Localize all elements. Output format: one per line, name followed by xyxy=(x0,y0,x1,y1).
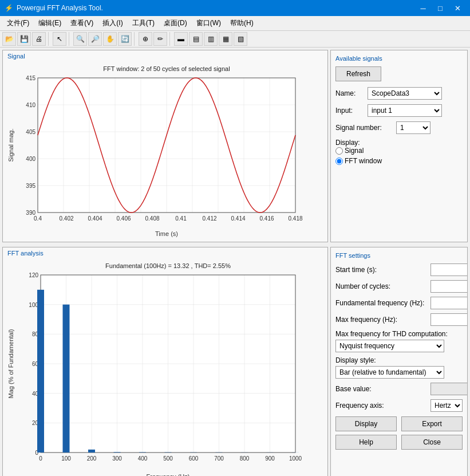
menu-insert[interactable]: 插入(I) xyxy=(98,17,127,29)
max-freq-thd-row: Max frequency for THD computation: Nyqui… xyxy=(335,330,463,352)
signal-radio-row: Signal xyxy=(335,147,463,155)
signal-number-select[interactable]: 1 xyxy=(396,121,430,134)
tool-cursor[interactable]: ↖ xyxy=(53,32,66,46)
toolbar-sep4 xyxy=(169,32,172,46)
main-content: Signal Available signals Refresh Name: S… xyxy=(0,48,470,475)
signal-radio[interactable] xyxy=(335,147,343,155)
num-cycles-input[interactable]: 2 xyxy=(430,280,468,293)
tool-data-cursor[interactable]: ⊕ xyxy=(139,32,152,46)
tool-save[interactable]: 💾 xyxy=(17,32,31,46)
menu-help[interactable]: 帮助(H) xyxy=(226,17,258,29)
display-style-row: Display style: Bar (relative to fundamen… xyxy=(335,356,463,379)
display-export-row: Display Export xyxy=(335,416,463,431)
display-label: Display: xyxy=(335,139,360,147)
display-style-label: Display style: xyxy=(335,356,463,364)
tool-open[interactable]: 📂 xyxy=(2,32,16,46)
display-style-select[interactable]: Bar (relative to fundamental) xyxy=(335,366,444,379)
fundamental-freq-row: Fundamental frequency (Hz): 100 xyxy=(335,297,463,309)
name-select[interactable]: ScopeData3 xyxy=(368,87,442,100)
fft-analysis-label: FFT analysis xyxy=(7,250,44,257)
signal-panel-label: Signal xyxy=(7,53,25,60)
max-freq-label: Max frequency (Hz): xyxy=(335,316,427,324)
toolbar: 📂 💾 🖨 ↖ 🔍 🔎 ✋ 🔄 ⊕ ✏ ▬ ▤ ▥ ▦ ▧ xyxy=(0,31,470,48)
menu-file[interactable]: 文件(F) xyxy=(2,17,34,29)
maximize-button[interactable]: □ xyxy=(432,2,448,14)
signal-panel: Signal xyxy=(2,50,328,242)
app-icon: ⚡ xyxy=(5,4,13,12)
title-bar: ⚡ Powergui FFT Analysis Tool. ─ □ ✕ xyxy=(0,0,470,16)
available-signals-panel: Available signals Refresh Name: ScopeDat… xyxy=(330,50,468,242)
input-select[interactable]: input 1 xyxy=(368,104,442,117)
fft-canvas xyxy=(6,258,304,476)
minimize-button[interactable]: ─ xyxy=(415,2,431,14)
top-row: Signal Available signals Refresh Name: S… xyxy=(0,48,470,245)
window-title: Powergui FFT Analysis Tool. xyxy=(17,4,103,12)
max-freq-row: Max frequency (Hz): 1000 xyxy=(335,313,463,326)
toolbar-sep2 xyxy=(69,32,71,46)
tool-zoom-out[interactable]: 🔎 xyxy=(88,32,102,46)
signal-number-row: Signal number: 1 xyxy=(335,121,463,134)
display-row: Display: Signal FFT window xyxy=(335,139,463,165)
menu-view[interactable]: 查看(V) xyxy=(66,17,98,29)
input-label: Input: xyxy=(335,107,364,115)
input-row: Input: input 1 xyxy=(335,104,463,117)
refresh-button[interactable]: Refresh xyxy=(335,66,381,81)
freq-axis-row: Frequency axis: Hertz xyxy=(335,399,463,412)
start-time-label: Start time (s): xyxy=(335,266,427,274)
tool-rotate[interactable]: 🔄 xyxy=(118,32,132,46)
tool-legend[interactable]: ▤ xyxy=(189,32,203,46)
available-signals-label: Available signals xyxy=(335,55,463,62)
menu-window[interactable]: 窗口(W) xyxy=(192,17,226,29)
tool-zoom-in[interactable]: 🔍 xyxy=(73,32,87,46)
display-button[interactable]: Display xyxy=(335,416,397,431)
toolbar-sep3 xyxy=(134,32,136,46)
signal-radio-label[interactable]: Signal xyxy=(335,147,364,155)
max-freq-thd-select[interactable]: Nyquist frequency xyxy=(335,340,444,352)
name-row: Name: ScopeData3 xyxy=(335,87,463,100)
fft-settings-grid: Start time (s): 0.4 Number of cycles: 2 … xyxy=(335,263,463,412)
close-button[interactable]: ✕ xyxy=(449,2,465,14)
close-dialog-button[interactable]: Close xyxy=(401,435,463,450)
base-value-input[interactable]: 1.0 xyxy=(430,383,468,395)
fft-window-radio[interactable] xyxy=(335,158,343,165)
signal-number-label: Signal number: xyxy=(335,124,393,132)
fft-settings-panel: FFT settings Start time (s): 0.4 Number … xyxy=(330,247,468,476)
freq-axis-label: Frequency axis: xyxy=(335,402,427,410)
base-value-row: Base value: 1.0 xyxy=(335,383,463,395)
num-cycles-row: Number of cycles: 2 xyxy=(335,280,463,293)
start-time-row: Start time (s): 0.4 xyxy=(335,263,463,276)
freq-axis-select[interactable]: Hertz xyxy=(430,399,463,412)
menu-bar: 文件(F) 编辑(E) 查看(V) 插入(I) 工具(T) 桌面(D) 窗口(W… xyxy=(0,16,470,31)
tool-pan[interactable]: ✋ xyxy=(103,32,117,46)
name-label: Name: xyxy=(335,89,364,97)
help-close-row: Help Close xyxy=(335,435,463,450)
export-button[interactable]: Export xyxy=(401,416,463,431)
max-freq-thd-label: Max frequency for THD computation: xyxy=(335,330,463,338)
fft-analysis-panel: FFT analysis xyxy=(2,247,328,476)
fft-window-radio-row: FFT window xyxy=(335,157,463,165)
help-button[interactable]: Help xyxy=(335,435,397,450)
fundamental-freq-label: Fundamental frequency (Hz): xyxy=(335,299,427,307)
fft-settings-label: FFT settings xyxy=(335,252,463,259)
tool-colorbar[interactable]: ▥ xyxy=(204,32,218,46)
start-time-input[interactable]: 0.4 xyxy=(430,263,468,276)
base-value-label: Base value: xyxy=(335,385,427,393)
menu-edit[interactable]: 编辑(E) xyxy=(34,17,66,29)
tool-grid[interactable]: ▦ xyxy=(219,32,232,46)
menu-tools[interactable]: 工具(T) xyxy=(128,17,159,29)
tool-rect[interactable]: ▬ xyxy=(174,32,188,46)
signal-canvas xyxy=(6,61,304,238)
num-cycles-label: Number of cycles: xyxy=(335,282,427,290)
fundamental-freq-input[interactable]: 100 xyxy=(430,297,468,309)
fft-window-radio-label[interactable]: FFT window xyxy=(335,157,382,165)
tool-brush[interactable]: ✏ xyxy=(153,32,167,46)
toolbar-sep1 xyxy=(48,32,50,46)
tool-other1[interactable]: ▧ xyxy=(234,32,247,46)
tool-print[interactable]: 🖨 xyxy=(32,32,46,46)
max-freq-input[interactable]: 1000 xyxy=(430,313,468,326)
menu-desktop[interactable]: 桌面(D) xyxy=(159,17,192,29)
bottom-row: FFT analysis FFT settings Start time (s)… xyxy=(0,245,470,476)
